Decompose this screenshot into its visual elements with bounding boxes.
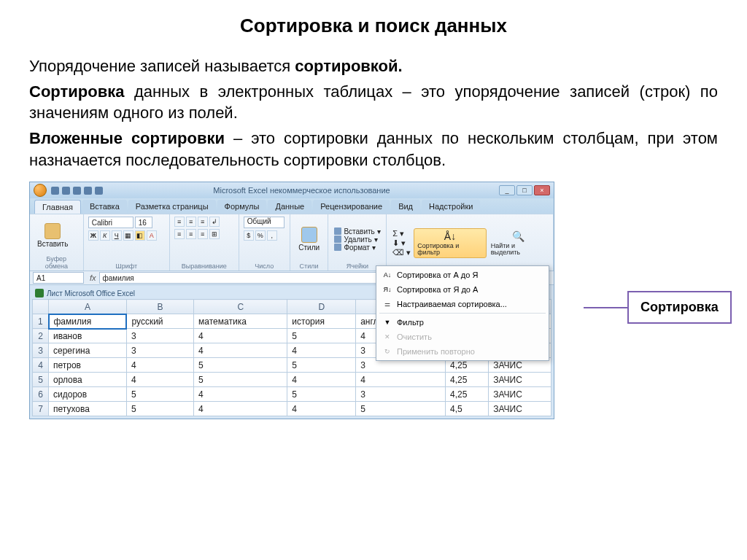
tab-insert[interactable]: Вставка bbox=[82, 200, 127, 214]
cell[interactable]: 5 bbox=[126, 402, 193, 416]
align-right-icon[interactable]: ≡ bbox=[198, 229, 208, 239]
cell[interactable]: фамилия bbox=[49, 314, 127, 329]
cell[interactable]: 4,25 bbox=[446, 387, 489, 402]
menu-sort-za[interactable]: Я↓ Сортировка от Я до А bbox=[376, 282, 549, 297]
paste-button[interactable]: Вставить bbox=[34, 222, 71, 249]
cell[interactable]: сидоров bbox=[49, 387, 127, 402]
fontcolor-button[interactable]: A bbox=[147, 230, 157, 241]
cell[interactable]: 4 bbox=[287, 402, 356, 416]
qat-save-icon[interactable] bbox=[51, 187, 59, 195]
cell[interactable]: 5 bbox=[287, 329, 356, 343]
tab-review[interactable]: Рецензирование bbox=[313, 200, 390, 214]
row-header[interactable]: 5 bbox=[33, 373, 49, 387]
menu-sort-az[interactable]: A↓ Сортировка от А до Я bbox=[376, 268, 549, 282]
qat-undo-icon[interactable] bbox=[62, 187, 70, 195]
font-size-select[interactable]: 16 bbox=[135, 217, 152, 228]
cell[interactable]: русский bbox=[126, 314, 193, 329]
cell[interactable]: 4 bbox=[287, 373, 356, 387]
row-header[interactable]: 3 bbox=[33, 343, 49, 358]
cell[interactable]: петухова bbox=[49, 402, 127, 416]
align-mid-icon[interactable]: ≡ bbox=[186, 217, 196, 227]
cell[interactable]: иванов bbox=[49, 329, 127, 343]
format-button[interactable]: Формат ▾ bbox=[333, 244, 382, 252]
qat-quickprint-icon[interactable] bbox=[95, 187, 103, 195]
cell[interactable]: 4,5 bbox=[446, 402, 489, 416]
cell[interactable]: 3 bbox=[126, 343, 193, 358]
styles-button[interactable]: Стили bbox=[295, 225, 324, 253]
fill-down-button[interactable]: ⬇ ▾ bbox=[391, 238, 412, 248]
cell[interactable]: ЗАЧИС bbox=[489, 373, 551, 387]
cell[interactable]: 5 bbox=[356, 402, 446, 416]
col-header[interactable]: C bbox=[194, 300, 287, 314]
cell[interactable]: 4 bbox=[194, 402, 287, 416]
cell[interactable]: серегина bbox=[49, 343, 127, 358]
cell[interactable]: 4 bbox=[356, 373, 446, 387]
fill-button[interactable]: ◧ bbox=[135, 230, 145, 241]
align-left-icon[interactable]: ≡ bbox=[174, 229, 185, 239]
cell[interactable]: 4,25 bbox=[446, 373, 489, 387]
close-button[interactable]: × bbox=[534, 185, 550, 195]
cell[interactable]: 5 bbox=[126, 387, 193, 402]
cell[interactable]: 4 bbox=[126, 358, 193, 373]
sort-filter-button[interactable]: Å↓ Сортировка и фильтр bbox=[414, 228, 486, 258]
cell[interactable]: 4 bbox=[194, 329, 287, 343]
cell[interactable]: математика bbox=[194, 314, 287, 329]
cell[interactable]: 4 bbox=[194, 343, 287, 358]
align-top-icon[interactable]: ≡ bbox=[174, 217, 185, 227]
cell[interactable]: петров bbox=[49, 358, 127, 373]
row-header[interactable]: 4 bbox=[33, 358, 49, 373]
percent-icon[interactable]: % bbox=[255, 230, 266, 241]
cell[interactable]: 4 bbox=[287, 343, 356, 358]
row-header[interactable]: 6 bbox=[33, 387, 49, 402]
cell[interactable]: 3 bbox=[126, 329, 193, 343]
border-button[interactable]: ▦ bbox=[123, 230, 133, 241]
currency-icon[interactable]: $ bbox=[244, 230, 254, 241]
cell[interactable]: 5 bbox=[287, 387, 356, 402]
col-header[interactable]: B bbox=[126, 300, 193, 314]
col-header[interactable]: A bbox=[49, 300, 127, 314]
qat-redo-icon[interactable] bbox=[73, 187, 81, 195]
cell[interactable]: история bbox=[287, 314, 356, 329]
office-button[interactable] bbox=[34, 184, 47, 197]
minimize-button[interactable]: _ bbox=[499, 185, 515, 195]
clear-button[interactable]: ⌫ ▾ bbox=[391, 248, 412, 257]
cell[interactable]: 4 bbox=[126, 373, 193, 387]
cell[interactable]: ЗАЧИС bbox=[489, 387, 551, 402]
insert-button[interactable]: Вставить ▾ bbox=[333, 228, 382, 236]
italic-button[interactable]: К bbox=[100, 230, 110, 241]
wrap-icon[interactable]: ↲ bbox=[209, 217, 220, 227]
font-name-select[interactable]: Calibri bbox=[88, 217, 133, 228]
cell[interactable]: орлова bbox=[49, 373, 127, 387]
menu-filter[interactable]: ▼ Фильтр bbox=[376, 315, 549, 330]
autosum-button[interactable]: Σ ▾ bbox=[391, 229, 412, 238]
select-all-corner[interactable] bbox=[33, 300, 49, 314]
row-header[interactable]: 1 bbox=[33, 314, 49, 329]
delete-button[interactable]: Удалить ▾ bbox=[333, 236, 382, 244]
find-select-button[interactable]: 🔍 Найти и выделить bbox=[488, 229, 549, 257]
cell[interactable]: 5 bbox=[194, 373, 287, 387]
maximize-button[interactable]: □ bbox=[516, 185, 533, 195]
fx-icon[interactable]: fx bbox=[90, 273, 96, 282]
cell[interactable]: 4 bbox=[194, 387, 287, 402]
tab-view[interactable]: Вид bbox=[391, 200, 420, 214]
comma-icon[interactable]: , bbox=[267, 230, 277, 241]
cell[interactable]: 3 bbox=[356, 387, 446, 402]
tab-data[interactable]: Данные bbox=[268, 200, 311, 214]
number-format-select[interactable]: Общий bbox=[244, 217, 285, 228]
row-header[interactable]: 7 bbox=[33, 402, 49, 416]
merge-icon[interactable]: ⊞ bbox=[209, 229, 220, 239]
tab-home[interactable]: Главная bbox=[34, 200, 81, 214]
align-center-icon[interactable]: ≡ bbox=[186, 229, 196, 239]
align-bot-icon[interactable]: ≡ bbox=[198, 217, 208, 227]
menu-custom-sort[interactable]: ⚌ Настраиваемая сортировка... bbox=[376, 297, 549, 311]
tab-addins[interactable]: Надстройки bbox=[422, 200, 480, 214]
col-header[interactable]: D bbox=[287, 300, 356, 314]
name-box[interactable]: A1 bbox=[33, 272, 84, 284]
cell[interactable]: 5 bbox=[287, 358, 356, 373]
cell[interactable]: 5 bbox=[194, 358, 287, 373]
tab-formulas[interactable]: Формулы bbox=[217, 200, 267, 214]
tab-layout[interactable]: Разметка страницы bbox=[128, 200, 216, 214]
row-header[interactable]: 2 bbox=[33, 329, 49, 343]
qat-print-icon[interactable] bbox=[84, 187, 92, 195]
bold-button[interactable]: Ж bbox=[88, 230, 98, 241]
